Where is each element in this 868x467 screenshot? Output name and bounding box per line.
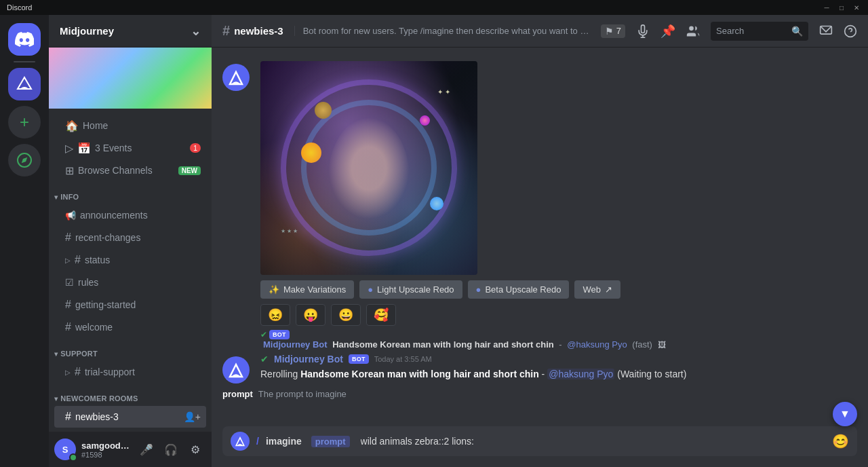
beta-upscale-redo-label: Beta Upscale Redo [485, 284, 561, 295]
channel-getting-started-label: getting-started [75, 299, 201, 310]
user-discriminator: #1598 [81, 451, 130, 459]
context-bold-text: Handsome Korean man with long hair and s… [332, 339, 553, 350]
trial-support-arrow-icon: ▷ [65, 369, 71, 376]
beta-upscale-redo-icon: ● [476, 284, 481, 295]
channel-status-label: status [85, 255, 201, 265]
sidebar-item-trial-support[interactable]: ▷ # trial-support [54, 361, 206, 383]
home-icon: 🏠 [65, 119, 79, 132]
channel-trial-support-label: trial-support [85, 367, 201, 377]
light-upscale-redo-button[interactable]: ● Light Upscale Redo [359, 280, 462, 299]
bot-badge-small: BOT [269, 330, 290, 339]
message-group-1: ✦ ✦ ★ ★ ★ ✨ Make Variations [212, 58, 868, 329]
message-content-2: ✔ Midjourney Bot BOT Today at 3:55 AM Re… [260, 354, 857, 384]
reaction-heart-eyes[interactable]: 🥰 [366, 304, 396, 326]
server-icon-midjourney[interactable] [8, 68, 41, 100]
channel-hash-icon: # [65, 231, 71, 244]
emoji-picker-button[interactable]: 😊 [832, 433, 849, 449]
sidebar-item-welcome[interactable]: # welcome [54, 316, 206, 338]
channel-list: 🏠 Home ▷ 📅 3 Events 1 ⊞ Browse Channels … [49, 109, 212, 432]
user-settings-button[interactable]: ⚙ [184, 438, 206, 460]
server-icon-discord[interactable] [8, 23, 41, 56]
scroll-to-bottom-button[interactable]: ▼ [833, 402, 857, 426]
sidebar-item-status[interactable]: ▷ # status [54, 249, 206, 271]
mute-channel-button[interactable] [636, 24, 650, 38]
sidebar-item-rules[interactable]: ☑ rules [54, 272, 206, 293]
channel-header-name: # newbies-3 [222, 23, 283, 39]
channel-header-desc: Bot room for new users. Type /imagine th… [294, 26, 593, 36]
server-header[interactable]: Midjourney ⌄ [49, 15, 212, 48]
context-separator: - [559, 339, 561, 350]
user-info: samgoodw... #1598 [81, 441, 130, 459]
category-support[interactable]: ▾ SUPPORT [49, 339, 212, 360]
sidebar-item-recent-changes[interactable]: # recent-changes [54, 227, 206, 248]
bot-verified-row: ✔ BOT [260, 330, 857, 339]
channel-sidebar: Midjourney ⌄ 🏠 Home ▷ 📅 3 Events 1 ⊞ Bro… [49, 15, 212, 467]
ai-generated-image: ✦ ✦ ★ ★ ★ [260, 61, 477, 275]
add-member-icon[interactable]: 👤+ [184, 411, 201, 422]
sidebar-item-newbies-3[interactable]: # newbies-3 👤+ [54, 406, 206, 428]
rules-check-icon: ☑ [65, 277, 74, 288]
minimize-button[interactable]: ─ [822, 3, 831, 12]
chat-area: ✦ ✦ ★ ★ ★ ✨ Make Variations [212, 48, 868, 426]
category-newcomer-label: NEWCOMER ROOMS [60, 394, 138, 403]
reaction-stuck-out-tongue[interactable]: 😛 [296, 304, 326, 326]
channel-header-name-label: newbies-3 [234, 25, 283, 37]
search-box[interactable]: Search 🔍 [711, 22, 808, 41]
members-button[interactable] [686, 24, 700, 38]
sidebar-item-browse-channels[interactable]: ⊞ Browse Channels NEW [54, 160, 206, 181]
chat-input-user-avatar [231, 432, 250, 451]
close-button[interactable]: ✕ [852, 3, 861, 12]
category-info-label: INFO [60, 193, 79, 201]
message-mention: @haksung Pyo [547, 369, 614, 379]
make-variations-button[interactable]: ✨ Make Variations [260, 280, 354, 299]
mute-button[interactable]: 🎤 [136, 438, 157, 460]
channel-hash-newbies3-icon: # [65, 411, 71, 423]
members-count-label: 7 [616, 26, 621, 36]
deafen-button[interactable]: 🎧 [160, 438, 182, 460]
message-content-1: ✦ ✦ ★ ★ ★ ✨ Make Variations [260, 61, 857, 326]
channel-header: # newbies-3 Bot room for new users. Type… [212, 15, 868, 48]
scroll-down-icon: ▼ [840, 408, 850, 420]
header-members-count[interactable]: ⚑ 7 [601, 24, 625, 38]
reaction-unamused[interactable]: 😖 [260, 304, 290, 326]
sidebar-item-events[interactable]: ▷ 📅 3 Events 1 [54, 137, 206, 159]
web-button[interactable]: Web ↗ [574, 280, 620, 299]
user-avatar: S [54, 438, 76, 460]
header-icons: ⚑ 7 📌 [601, 22, 857, 41]
beta-upscale-redo-button[interactable]: ● Beta Upscale Redo [468, 280, 570, 299]
prompt-hint-row: prompt The prompt to imagine [212, 386, 868, 402]
message-group-2: ✔ Midjourney Bot BOT Today at 3:55 AM Re… [212, 351, 868, 386]
make-variations-icon: ✨ [269, 284, 279, 295]
prompt-hint-text: The prompt to imagine [258, 389, 347, 399]
web-external-link-icon: ↗ [605, 284, 612, 295]
message-author-2: Midjourney Bot [274, 354, 343, 365]
prompt-hint-label: prompt [222, 389, 253, 399]
make-variations-label: Make Variations [283, 284, 346, 295]
server-header-chevron-icon: ⌄ [191, 24, 201, 39]
channel-hash-trial-icon: # [75, 366, 81, 378]
bot-avatar-2 [222, 356, 250, 384]
sidebar-item-announcements[interactable]: 📢 announcements [54, 204, 206, 226]
search-placeholder: Search [716, 26, 787, 36]
maximize-button[interactable]: □ [837, 3, 846, 12]
sidebar-item-home[interactable]: 🏠 Home [54, 115, 206, 136]
chat-input-field[interactable] [361, 436, 825, 447]
reaction-grinning[interactable]: 😀 [331, 304, 361, 326]
sidebar-item-getting-started[interactable]: # getting-started [54, 294, 206, 316]
light-upscale-redo-icon: ● [368, 284, 373, 295]
channel-welcome-label: welcome [75, 322, 201, 333]
channel-status-hash-icon: # [75, 254, 81, 266]
username-label: samgoodw... [81, 441, 130, 451]
context-mention: @haksung Pyo [567, 339, 627, 350]
bot-badge-2: BOT [349, 354, 369, 364]
inbox-button[interactable] [819, 24, 833, 38]
category-info[interactable]: ▾ INFO [49, 182, 212, 204]
category-newcomer-arrow-icon: ▾ [54, 395, 58, 403]
add-server-button[interactable]: + [8, 106, 41, 138]
explore-servers-button[interactable] [8, 144, 41, 176]
sidebar-events-label: 3 Events [95, 143, 186, 153]
channel-recent-changes-label: recent-changes [75, 232, 201, 243]
help-button[interactable] [844, 24, 857, 38]
category-newcomer-rooms[interactable]: ▾ NEWCOMER ROOMS [49, 384, 212, 405]
pin-channel-button[interactable]: 📌 [660, 24, 675, 39]
